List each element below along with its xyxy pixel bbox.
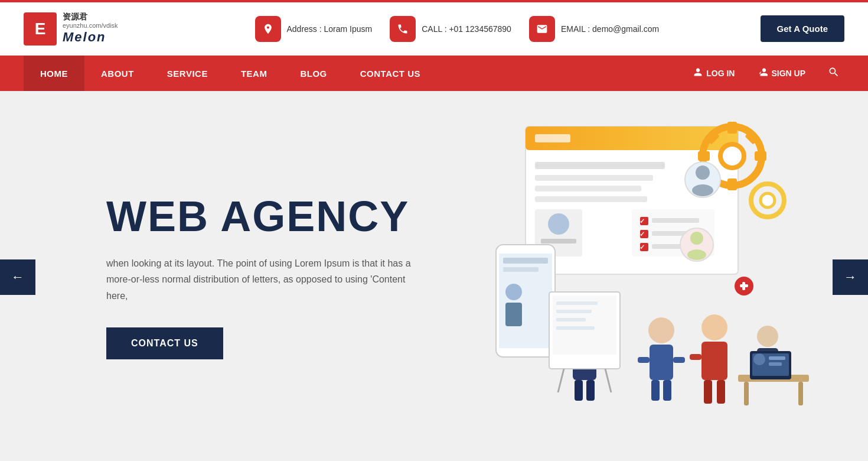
nav-home[interactable]: HOME	[24, 56, 84, 91]
svg-rect-51	[651, 380, 660, 401]
svg-rect-9	[541, 239, 576, 244]
hero-title: WEB AGENCY	[106, 195, 419, 238]
email-text: EMAIL : demo@gmail.com	[561, 24, 659, 34]
hero-description: when looking at its layout. The point of…	[106, 255, 419, 304]
login-label: LOG IN	[706, 69, 735, 78]
svg-rect-57	[717, 380, 725, 404]
svg-point-31	[696, 165, 710, 180]
svg-rect-46	[586, 380, 595, 401]
svg-line-75	[605, 369, 611, 392]
logo-icon: E	[24, 12, 57, 46]
svg-point-35	[687, 249, 706, 260]
svg-rect-67	[769, 362, 782, 366]
svg-rect-55	[690, 354, 701, 360]
address-text: Address : Loram Ipusm	[287, 24, 373, 34]
svg-rect-25	[755, 151, 766, 161]
prev-arrow-button[interactable]: ←	[0, 259, 35, 295]
hero-content: WEB AGENCY when looking at its layout. T…	[0, 195, 419, 359]
svg-rect-52	[663, 380, 671, 401]
svg-rect-72	[556, 318, 586, 322]
contact-phone: CALL : +01 1234567890	[390, 16, 511, 42]
logo-text: 资源君 eyunzhu.com/vdisk Melon	[63, 12, 118, 45]
svg-rect-2	[535, 134, 570, 142]
svg-text:✓: ✓	[639, 217, 645, 225]
svg-rect-13	[652, 218, 699, 223]
location-icon	[255, 16, 281, 42]
contact-email: EMAIL : demo@gmail.com	[529, 16, 659, 42]
nav-blog[interactable]: BLOG	[283, 56, 343, 91]
nav-team[interactable]: TEAM	[224, 56, 284, 91]
logo-area: E 资源君 eyunzhu.com/vdisk Melon	[24, 12, 154, 45]
svg-rect-5	[535, 186, 641, 191]
logo-site-name: Melon	[63, 30, 118, 45]
svg-rect-48	[650, 345, 673, 380]
svg-text:✓: ✓	[639, 230, 645, 238]
svg-point-29	[761, 193, 775, 207]
signup-label: SIGN UP	[771, 69, 805, 78]
svg-rect-39	[503, 267, 539, 272]
user-icon	[693, 67, 703, 79]
svg-point-40	[505, 284, 522, 300]
svg-rect-22	[727, 122, 737, 134]
svg-line-74	[558, 369, 564, 392]
logo-zh-name: 资源君	[63, 12, 118, 22]
svg-rect-38	[503, 258, 548, 264]
svg-rect-6	[535, 196, 647, 202]
svg-point-32	[692, 184, 713, 196]
get-quote-button[interactable]: Get A Quote	[761, 15, 844, 42]
phone-text: CALL : +01 1234567890	[422, 24, 511, 34]
navbar: HOME ABOUT SERVICE TEAM BLOG CONTACT US …	[0, 56, 868, 91]
hero-section: ← WEB AGENCY when looking at its layout.…	[0, 91, 868, 461]
topbar: E 资源君 eyunzhu.com/vdisk Melon Address : …	[0, 2, 868, 56]
hero-illustration: ✓ ✓ ✓	[466, 109, 821, 452]
svg-rect-61	[744, 382, 749, 405]
nav-service[interactable]: SERVICE	[151, 56, 224, 91]
svg-rect-66	[769, 356, 785, 360]
signup-button[interactable]: SIGN UP	[752, 67, 811, 79]
search-button[interactable]	[823, 66, 844, 81]
svg-point-65	[753, 353, 765, 365]
svg-point-58	[757, 326, 778, 347]
svg-rect-41	[505, 303, 522, 326]
nav-links: HOME ABOUT SERVICE TEAM BLOG CONTACT US	[24, 56, 687, 91]
login-button[interactable]: LOG IN	[687, 67, 740, 79]
svg-rect-3	[535, 162, 665, 169]
contact-info: Address : Loram Ipusm CALL : +01 1234567…	[154, 16, 761, 42]
svg-rect-70	[556, 301, 598, 305]
svg-rect-45	[575, 380, 583, 401]
nav-contact[interactable]: CONTACT US	[344, 56, 437, 91]
svg-rect-73	[556, 326, 595, 330]
svg-text:✓: ✓	[639, 244, 645, 251]
svg-rect-78	[742, 282, 745, 290]
svg-point-34	[690, 232, 703, 245]
svg-rect-56	[704, 380, 712, 404]
svg-point-21	[720, 144, 744, 168]
svg-rect-71	[556, 310, 592, 313]
svg-rect-4	[535, 175, 653, 181]
nav-about[interactable]: ABOUT	[84, 56, 151, 91]
svg-rect-62	[798, 382, 803, 405]
next-arrow-button[interactable]: →	[833, 259, 868, 295]
hero-contact-us-button[interactable]: CONTACT US	[106, 327, 223, 359]
svg-rect-49	[638, 357, 650, 363]
phone-icon	[390, 16, 416, 42]
email-icon	[529, 16, 555, 42]
svg-point-8	[548, 213, 569, 235]
contact-address: Address : Loram Ipusm	[255, 16, 373, 42]
svg-point-47	[648, 317, 674, 343]
svg-rect-24	[698, 151, 710, 161]
svg-point-53	[701, 314, 727, 340]
svg-rect-23	[727, 178, 737, 190]
signup-icon	[758, 67, 768, 79]
svg-rect-54	[701, 342, 727, 380]
nav-right: LOG IN SIGN UP	[687, 66, 844, 81]
logo-url: eyunzhu.com/vdisk	[63, 22, 118, 30]
svg-rect-50	[673, 357, 685, 363]
